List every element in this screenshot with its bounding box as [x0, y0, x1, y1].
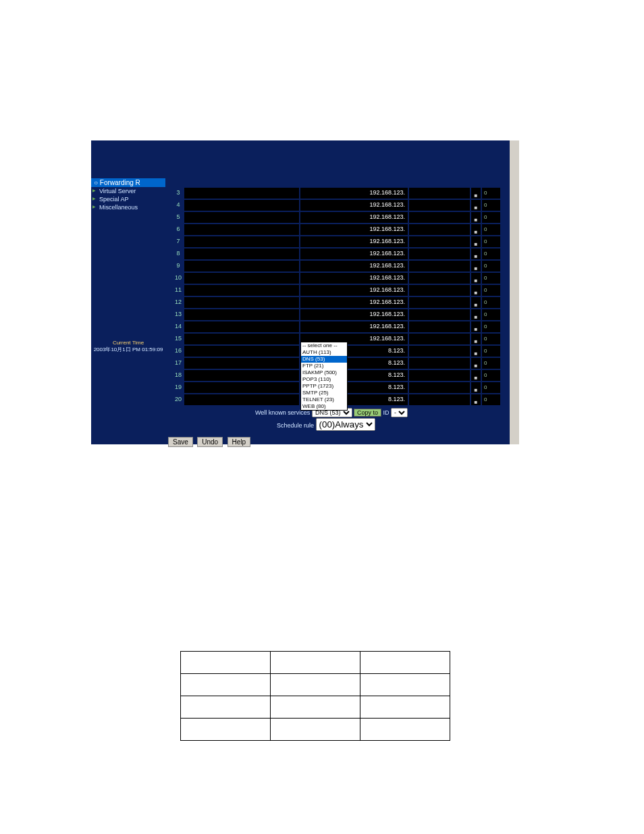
row-index: 19: [172, 382, 184, 393]
rule-cell: 0: [482, 297, 500, 308]
service-port-input[interactable]: [184, 370, 299, 381]
dropdown-option[interactable]: FTP (21): [301, 363, 347, 369]
server-ip-input[interactable]: 192.168.123.: [300, 273, 408, 284]
service-port-input[interactable]: [184, 188, 299, 199]
sidebar-item-virtual-server[interactable]: Virtual Server: [91, 187, 165, 195]
dropdown-option[interactable]: PPTP (1723): [301, 383, 347, 390]
service-dropdown-list[interactable]: -- select one --AUTH (113)DNS (53)FTP (2…: [300, 342, 348, 411]
help-button[interactable]: Help: [227, 437, 251, 447]
copy-to-button[interactable]: Copy to: [354, 409, 381, 417]
enable-cell: [409, 285, 470, 296]
sidebar: ○ Forwarding R Virtual Server Special AP…: [91, 178, 165, 353]
service-port-input[interactable]: [184, 261, 299, 271]
save-button[interactable]: Save: [168, 437, 193, 447]
service-port-input[interactable]: [184, 285, 299, 296]
service-port-input[interactable]: [184, 394, 299, 405]
rule-cell: 0: [482, 358, 500, 369]
server-ip-input[interactable]: 192.168.123.: [300, 309, 408, 320]
enable-checkbox[interactable]: [471, 261, 481, 271]
service-port-input[interactable]: [184, 309, 299, 320]
row-index: 6: [172, 224, 184, 235]
rule-cell: 0: [482, 236, 500, 247]
server-ip-input[interactable]: 192.168.123.: [300, 285, 408, 296]
enable-checkbox[interactable]: [471, 321, 481, 332]
row-index: 12: [172, 297, 184, 308]
rule-cell: 0: [482, 285, 500, 296]
rule-cell: 0: [482, 224, 500, 235]
enable-checkbox[interactable]: [471, 346, 481, 357]
enable-checkbox[interactable]: [471, 236, 481, 247]
service-port-input[interactable]: [184, 358, 299, 369]
dropdown-option[interactable]: TELNET (23): [301, 396, 347, 403]
server-ip-input[interactable]: 192.168.123.: [300, 261, 408, 271]
rule-cell: 0: [482, 212, 500, 223]
enable-cell: [409, 394, 470, 405]
row-index: 7: [172, 236, 184, 247]
enable-cell: [409, 236, 470, 247]
enable-cell: [409, 370, 470, 381]
service-port-input[interactable]: [184, 212, 299, 223]
row-index: 16: [172, 346, 184, 357]
dropdown-option[interactable]: DNS (53): [301, 356, 347, 363]
row-index: 5: [172, 212, 184, 223]
enable-checkbox[interactable]: [471, 334, 481, 344]
server-ip-input[interactable]: 192.168.123.: [300, 297, 408, 308]
dropdown-option[interactable]: -- select one --: [301, 342, 347, 349]
dropdown-option[interactable]: POP3 (110): [301, 376, 347, 383]
server-ip-input[interactable]: 192.168.123.: [300, 212, 408, 223]
copy-id-select[interactable]: -: [391, 408, 408, 417]
server-ip-input[interactable]: 192.168.123.: [300, 249, 408, 259]
enable-checkbox[interactable]: [471, 188, 481, 199]
undo-button[interactable]: Undo: [197, 437, 223, 447]
row-index: 4: [172, 200, 184, 211]
dropdown-option[interactable]: WEB (80): [301, 403, 347, 410]
server-ip-input[interactable]: 192.168.123.: [300, 224, 408, 235]
row-index: 17: [172, 358, 184, 369]
enable-checkbox[interactable]: [471, 297, 481, 308]
service-port-input[interactable]: [184, 297, 299, 308]
rule-cell: 0: [482, 188, 500, 199]
enable-checkbox[interactable]: [471, 285, 481, 296]
enable-checkbox[interactable]: [471, 358, 481, 369]
service-port-input[interactable]: [184, 321, 299, 332]
enable-cell: [409, 224, 470, 235]
service-port-input[interactable]: [184, 273, 299, 284]
enable-checkbox[interactable]: [471, 394, 481, 405]
blank-table: [180, 651, 450, 741]
server-ip-input[interactable]: 192.168.123.: [300, 188, 408, 199]
service-port-input[interactable]: [184, 382, 299, 393]
enable-checkbox[interactable]: [471, 309, 481, 320]
scrollbar[interactable]: [510, 140, 519, 444]
server-ip-input[interactable]: 192.168.123.: [300, 236, 408, 247]
enable-cell: [409, 346, 470, 357]
current-time-label: Current Time: [91, 340, 165, 346]
enable-cell: [409, 382, 470, 393]
service-port-input[interactable]: [184, 236, 299, 247]
rule-cell: 0: [482, 261, 500, 271]
enable-checkbox[interactable]: [471, 370, 481, 381]
schedule-select[interactable]: (00)Always: [316, 418, 375, 431]
dropdown-option[interactable]: SMTP (25): [301, 390, 347, 396]
service-port-input[interactable]: [184, 346, 299, 357]
sidebar-item-special-ap[interactable]: Special AP: [91, 195, 165, 203]
enable-cell: [409, 249, 470, 259]
dropdown-option[interactable]: AUTH (113): [301, 349, 347, 356]
current-time: 2003年10月1日 PM 01:59:09: [91, 346, 165, 353]
server-ip-input[interactable]: 192.168.123.: [300, 321, 408, 332]
enable-checkbox[interactable]: [471, 224, 481, 235]
enable-checkbox[interactable]: [471, 212, 481, 223]
service-port-input[interactable]: [184, 200, 299, 211]
dropdown-option[interactable]: ISAKMP (500): [301, 369, 347, 376]
sidebar-item-miscellaneous[interactable]: Miscellaneous: [91, 203, 165, 211]
service-port-input[interactable]: [184, 334, 299, 344]
rule-cell: 0: [482, 394, 500, 405]
enable-checkbox[interactable]: [471, 200, 481, 211]
enable-checkbox[interactable]: [471, 382, 481, 393]
enable-checkbox[interactable]: [471, 273, 481, 284]
service-port-input[interactable]: [184, 249, 299, 259]
enable-cell: [409, 188, 470, 199]
service-port-input[interactable]: [184, 224, 299, 235]
rule-cell: 0: [482, 249, 500, 259]
server-ip-input[interactable]: 192.168.123.: [300, 200, 408, 211]
enable-checkbox[interactable]: [471, 249, 481, 259]
